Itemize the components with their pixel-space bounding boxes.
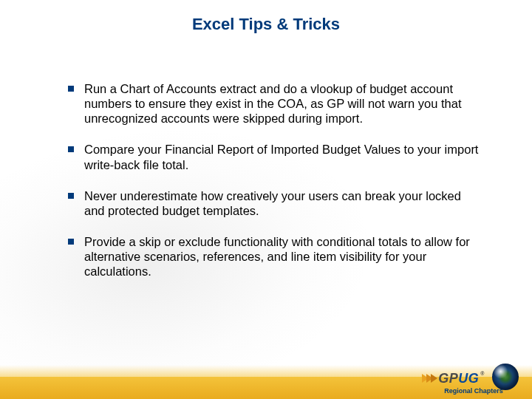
gpug-logo: GPUG® Regional Chapters: [422, 371, 485, 386]
globe-icon: [492, 364, 519, 390]
list-item: Compare your Financial Report of Importe…: [68, 142, 483, 171]
bullet-icon: [68, 193, 74, 199]
logo-ug: UG: [458, 371, 479, 386]
footer-right: GPUG® Regional Chapters: [422, 364, 519, 393]
bullet-list: Run a Chart of Accounts extract and do a…: [68, 81, 483, 295]
slide-title: Excel Tips & Tricks: [0, 15, 532, 34]
bullet-text: Never underestimate how creatively your …: [84, 188, 483, 218]
list-item: Never underestimate how creatively your …: [68, 188, 483, 218]
chevron-icon: [422, 374, 435, 383]
bullet-text: Provide a skip or exclude functionality …: [84, 234, 483, 279]
logo-text: GPUG®: [438, 371, 485, 386]
bullet-text: Compare your Financial Report of Importe…: [84, 142, 483, 171]
bullet-icon: [68, 239, 74, 245]
list-item: Run a Chart of Accounts extract and do a…: [68, 81, 483, 126]
bullet-icon: [68, 86, 74, 92]
bullet-text: Run a Chart of Accounts extract and do a…: [84, 81, 483, 126]
registered-mark: ®: [480, 371, 485, 376]
logo-gp: GP: [438, 371, 458, 386]
list-item: Provide a skip or exclude functionality …: [68, 234, 483, 279]
bullet-icon: [68, 146, 74, 152]
logo-caption: Regional Chapters: [444, 387, 485, 395]
